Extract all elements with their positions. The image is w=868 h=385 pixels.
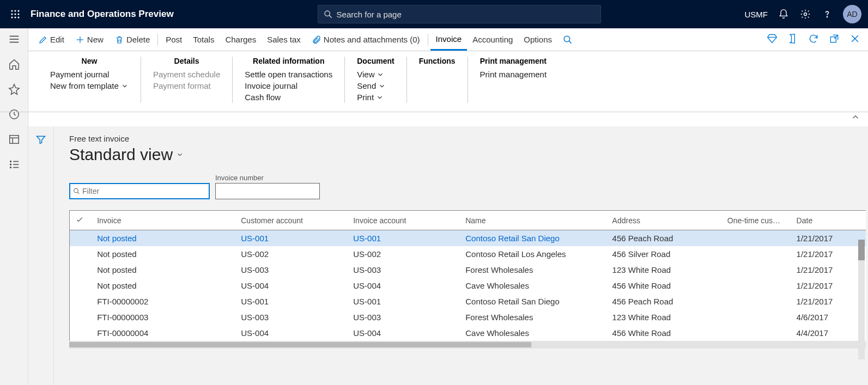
diamond-icon[interactable] [767, 33, 778, 46]
cell[interactable]: FTI-00000002 [92, 294, 235, 309]
cell: Forest Wholesales [460, 309, 606, 325]
svg-point-7 [14, 16, 16, 18]
svg-rect-17 [9, 136, 19, 144]
ribbon-group-head: Details [153, 57, 220, 65]
cell[interactable]: FTI-00000004 [92, 325, 235, 341]
collapse-ribbon-icon[interactable] [851, 112, 860, 382]
search-input[interactable]: Search for a page [318, 5, 601, 23]
modules-icon[interactable] [8, 158, 21, 171]
svg-line-31 [569, 41, 572, 44]
horizontal-scrollbar[interactable] [69, 341, 866, 349]
help-icon[interactable] [821, 8, 833, 20]
edit-button[interactable]: Edit [33, 28, 70, 51]
cell: US-002 [348, 246, 460, 262]
bell-icon[interactable] [778, 8, 790, 20]
ribbon-item[interactable]: View [357, 69, 394, 80]
gear-icon[interactable] [799, 8, 811, 20]
svg-point-4 [14, 13, 16, 15]
cell: US-001 [348, 294, 460, 309]
tab-invoice[interactable]: Invoice [430, 28, 468, 51]
company-code[interactable]: USMF [745, 10, 768, 19]
charges-button[interactable]: Charges [220, 28, 262, 51]
column-header[interactable]: Customer account [235, 211, 348, 230]
cell[interactable]: US-001 [348, 230, 460, 247]
ribbon-item[interactable]: Invoice journal [245, 80, 332, 91]
cell: US-003 [235, 309, 348, 325]
delete-button[interactable]: Delete [109, 28, 155, 51]
close-icon[interactable] [849, 33, 860, 46]
column-header[interactable]: Name [460, 211, 606, 230]
cell[interactable]: Not posted [92, 246, 235, 262]
column-header[interactable]: One-time cus… [722, 211, 791, 230]
invoice-number-input[interactable] [215, 183, 320, 199]
avatar[interactable]: AD [843, 5, 861, 23]
workspace-icon[interactable] [8, 133, 21, 146]
svg-point-8 [17, 16, 19, 18]
hamburger-icon[interactable] [8, 33, 21, 46]
ribbon-item[interactable]: Settle open transactions [245, 69, 332, 80]
cell: US-004 [348, 325, 460, 341]
view-title[interactable]: Standard view [69, 145, 868, 164]
svg-point-30 [564, 36, 570, 42]
ribbon-item[interactable]: Payment journal [50, 69, 129, 80]
cell[interactable]: Not posted [92, 230, 235, 247]
select-all[interactable] [70, 211, 92, 230]
ribbon-item[interactable]: Print management [480, 69, 547, 80]
app-launcher-icon[interactable] [4, 9, 26, 19]
table-row[interactable]: Not postedUS-003US-003Forest Wholesales1… [70, 262, 866, 278]
cell: US-003 [348, 309, 460, 325]
search-action-icon[interactable] [557, 28, 578, 51]
cell[interactable]: FTI-00000003 [92, 309, 235, 325]
ribbon-group-head: Functions [419, 57, 456, 65]
tab-accounting[interactable]: Accounting [467, 28, 518, 51]
column-header[interactable]: Invoice [92, 211, 235, 230]
ribbon-item[interactable]: Print [357, 91, 394, 103]
cell[interactable]: Not posted [92, 278, 235, 294]
post-button[interactable]: Post [160, 28, 187, 51]
cell: 123 White Road [607, 309, 722, 325]
table-row[interactable]: FTI-00000004US-004US-004Cave Wholesales4… [70, 325, 866, 341]
cell: Cave Wholesales [460, 325, 606, 341]
ribbon-item[interactable]: New from template [50, 80, 129, 91]
cell: US-003 [348, 262, 460, 278]
ribbon-group-head: New [50, 57, 129, 65]
cell: US-003 [235, 262, 348, 278]
table-row[interactable]: Not postedUS-001US-001Contoso Retail San… [70, 230, 866, 247]
cell: US-004 [235, 325, 348, 341]
ribbon-item[interactable]: Send [357, 80, 394, 91]
cell: 456 Peach Road [607, 230, 722, 247]
cell [722, 278, 791, 294]
office-icon[interactable] [787, 33, 798, 46]
table-row[interactable]: FTI-00000002US-001US-001Contoso Retail S… [70, 294, 866, 309]
cell [722, 262, 791, 278]
attachments-button[interactable]: Notes and attachments (0) [306, 28, 426, 51]
totals-button[interactable]: Totals [187, 28, 220, 51]
column-header[interactable]: Invoice account [348, 211, 460, 230]
table-row[interactable]: Not postedUS-004US-004Cave Wholesales456… [70, 278, 866, 294]
popout-icon[interactable] [829, 33, 840, 46]
table-row[interactable]: Not postedUS-002US-002Contoso Retail Los… [70, 246, 866, 262]
action-bar: Edit New Delete Post Totals Charges Sale… [0, 28, 868, 51]
cell[interactable]: Contoso Retail San Diego [460, 230, 606, 247]
quick-filter-input[interactable] [69, 183, 210, 199]
cell: 123 White Road [607, 262, 722, 278]
new-button[interactable]: New [70, 28, 109, 51]
svg-point-6 [11, 16, 13, 18]
refresh-icon[interactable] [808, 33, 819, 46]
ribbon-item[interactable]: Cash flow [245, 91, 332, 103]
cell: Cave Wholesales [460, 278, 606, 294]
cell[interactable]: Not posted [92, 262, 235, 278]
table-row[interactable]: FTI-00000003US-003US-003Forest Wholesale… [70, 309, 866, 325]
ribbon-item: Payment format [153, 80, 220, 91]
salestax-button[interactable]: Sales tax [262, 28, 306, 51]
ribbon-group-head: Print management [480, 57, 547, 65]
cell: US-002 [235, 246, 348, 262]
cell: US-004 [348, 278, 460, 294]
cell[interactable]: US-001 [235, 230, 348, 247]
svg-point-3 [11, 13, 13, 15]
tab-options[interactable]: Options [518, 28, 557, 51]
column-header[interactable]: Address [607, 211, 722, 230]
svg-point-11 [804, 13, 807, 16]
ribbon-group: NewPayment journalNew from template [38, 57, 141, 103]
filter-pane-icon[interactable] [35, 134, 46, 385]
